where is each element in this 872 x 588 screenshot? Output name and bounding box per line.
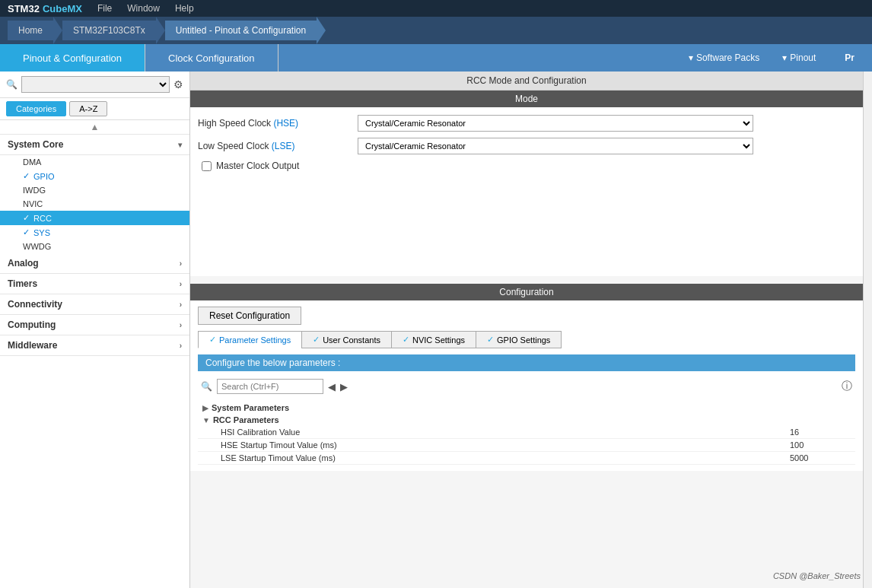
breadcrumb-current[interactable]: Untitled - Pinout & Configuration (165, 17, 326, 44)
tab-pinout[interactable]: Pinout & Configuration (0, 44, 145, 72)
config-tab-nvic[interactable]: ✓ NVIC Settings (391, 331, 476, 348)
master-clock-row: Master Clock Output (198, 161, 855, 171)
config-tabs: ✓ Parameter Settings ✓ User Constants ✓ … (198, 331, 855, 348)
rcc-params-label: RCC Parameters (213, 415, 279, 424)
sidebar-item-gpio[interactable]: ✓ GPIO (0, 169, 189, 183)
mode-spacer (190, 185, 863, 276)
search-dropdown[interactable] (21, 76, 170, 93)
config-tab-gpio[interactable]: ✓ GPIO Settings (476, 331, 562, 348)
nav-next-icon[interactable]: ▶ (340, 381, 348, 393)
category-connectivity-arrow: › (180, 300, 182, 309)
category-timers-label: Timers (8, 278, 37, 289)
software-packs-label: Software Packs (696, 52, 759, 63)
rcc-params-group[interactable]: ▼ RCC Parameters (198, 414, 855, 426)
nav-prev-icon[interactable]: ◀ (328, 381, 336, 393)
search-icon: 🔍 (6, 79, 18, 90)
hse-label: High Speed Clock (HSE) (198, 118, 350, 129)
category-middleware-label: Middleware (8, 340, 57, 351)
category-timers[interactable]: Timers › (0, 274, 189, 294)
software-packs-btn[interactable]: ▾ Software Packs (689, 52, 759, 63)
config-section: Configuration Reset Configuration ✓ Para… (190, 284, 863, 471)
sidebar-item-sys[interactable]: ✓ SYS (0, 225, 189, 240)
category-system-core-label: System Core (8, 139, 63, 150)
sidebar-item-rcc[interactable]: ✓ RCC (0, 211, 189, 225)
breadcrumb-chip-label[interactable]: STM32F103C8Tx (62, 21, 156, 40)
config-banner-text: Configure the below parameters : (205, 358, 340, 368)
sidebar-item-nvic[interactable]: NVIC (0, 197, 189, 211)
logo: STM32 CubeMX (8, 3, 82, 14)
rcc-check-icon: ✓ (23, 213, 30, 223)
param-search-input[interactable] (217, 379, 323, 394)
gear-icon[interactable]: ⚙ (173, 78, 183, 91)
sidebar-item-iwdg[interactable]: IWDG (0, 183, 189, 197)
param-lse-startup: LSE Startup Timout Value (ms) 5000 (198, 452, 855, 465)
config-tab-params[interactable]: ✓ Parameter Settings (198, 331, 301, 348)
system-params-group[interactable]: ▶ System Parameters (198, 402, 855, 414)
content-area: 🔍 ⚙ Categories A->Z ▲ System Core ▾ DMA … (0, 72, 872, 588)
scrollbar[interactable] (863, 72, 872, 588)
param-hsi-cal: HSI Calibration Value 16 (198, 426, 855, 439)
hse-acronym: (HSE) (273, 118, 298, 129)
param-hsi-cal-value: 16 (790, 427, 851, 437)
category-middleware[interactable]: Middleware › (0, 335, 189, 356)
system-params-expand: ▶ (202, 404, 208, 412)
hse-select[interactable]: Disable BYPASS Clock Source Crystal/Cera… (358, 115, 753, 132)
category-computing[interactable]: Computing › (0, 315, 189, 335)
breadcrumb-home[interactable]: Home (8, 17, 62, 44)
mode-section: High Speed Clock (HSE) Disable BYPASS Cl… (190, 107, 863, 185)
sidebar-item-dma[interactable]: DMA (0, 155, 189, 169)
lse-row: Low Speed Clock (LSE) Disable BYPASS Clo… (198, 138, 855, 154)
sidebar-item-dma-label: DMA (23, 157, 41, 167)
category-timers-arrow: › (180, 280, 182, 288)
param-hse-startup: HSE Startup Timout Value (ms) 100 (198, 439, 855, 452)
pinout-dropdown-icon: ▾ (782, 52, 787, 63)
category-computing-label: Computing (8, 319, 56, 330)
sidebar-item-wwdg[interactable]: WWDG (0, 240, 189, 253)
top-bar: STM32 CubeMX File Window Help (0, 0, 872, 17)
category-system-core-arrow: ▾ (178, 141, 182, 149)
gpio-check-icon: ✓ (23, 171, 30, 181)
tab-clock[interactable]: Clock Configuration (145, 44, 278, 72)
pinout-btn[interactable]: ▾ Pinout (782, 52, 816, 63)
menu-help[interactable]: Help (175, 3, 194, 14)
lse-label: Low Speed Clock (LSE) (198, 141, 350, 151)
param-hse-startup-label: HSE Startup Timout Value (ms) (221, 440, 790, 450)
reset-config-button[interactable]: Reset Configuration (198, 307, 301, 325)
category-analog[interactable]: Analog › (0, 253, 189, 274)
category-connectivity-label: Connectivity (8, 299, 62, 310)
master-clock-label: Master Clock Output (216, 161, 299, 171)
category-system-core[interactable]: System Core ▾ (0, 135, 189, 155)
category-analog-label: Analog (8, 258, 39, 269)
category-connectivity[interactable]: Connectivity › (0, 294, 189, 315)
system-params-label: System Parameters (212, 403, 289, 412)
rcc-header-label: RCC Mode and Configuration (466, 75, 586, 86)
breadcrumb-current-label[interactable]: Untitled - Pinout & Configuration (165, 21, 317, 40)
watermark: CSDN @Baker_Streets (773, 571, 861, 580)
pinout-label: Pinout (790, 52, 816, 63)
config-tab-user[interactable]: ✓ User Constants (301, 331, 391, 348)
master-clock-checkbox[interactable] (202, 161, 212, 171)
gpio-tab-check: ✓ (487, 335, 494, 345)
tab-az[interactable]: A->Z (69, 101, 107, 116)
menu-bar: File Window Help (97, 3, 194, 14)
config-header-label: Configuration (499, 287, 553, 297)
sidebar-item-gpio-label: GPIO (33, 172, 55, 181)
breadcrumb-arrow-1 (156, 17, 165, 44)
menu-file[interactable]: File (97, 3, 112, 14)
logo-name: CubeMX (43, 3, 82, 14)
config-tab-gpio-label: GPIO Settings (497, 335, 550, 345)
scroll-up-btn[interactable]: ▲ (0, 120, 189, 135)
nvic-tab-check: ✓ (403, 335, 409, 345)
tab-categories[interactable]: Categories (6, 101, 66, 116)
pr-tab[interactable]: Pr (839, 52, 861, 63)
breadcrumb-home-label[interactable]: Home (8, 21, 53, 40)
mode-section-header: Mode (190, 91, 863, 107)
sidebar-item-nvic-label: NVIC (23, 199, 43, 208)
sidebar-item-rcc-label: RCC (33, 214, 52, 223)
lse-select[interactable]: Disable BYPASS Clock Source Crystal/Cera… (358, 138, 753, 154)
breadcrumb-chip[interactable]: STM32F103C8Tx (62, 17, 165, 44)
breadcrumb-arrow-2 (317, 17, 326, 44)
param-tab-check: ✓ (209, 335, 216, 345)
rcc-header-row: RCC Mode and Configuration (190, 72, 863, 91)
menu-window[interactable]: Window (127, 3, 160, 14)
